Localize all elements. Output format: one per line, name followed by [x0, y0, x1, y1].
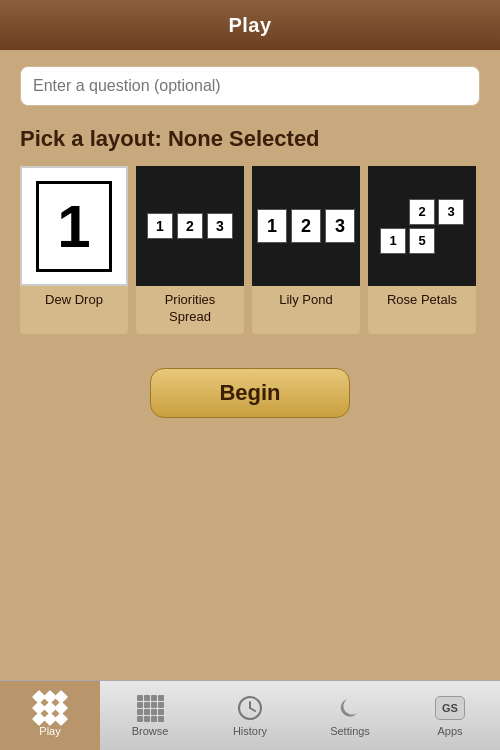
gs-icon: GS	[435, 694, 465, 722]
tab-history[interactable]: History	[200, 681, 300, 750]
begin-button[interactable]: Begin	[150, 368, 350, 418]
lily-pond-preview: 1 2 3	[252, 166, 360, 286]
begin-section: Begin	[20, 368, 480, 418]
page-title: Play	[228, 14, 271, 37]
rose-petals-preview: 2 3 1 5	[368, 166, 476, 286]
layout-cards-container[interactable]: 1 Dew Drop 1 2 3 PrioritiesSpread 1 2 3	[20, 166, 480, 338]
layout-section: Pick a layout: None Selected 1 Dew Drop …	[20, 126, 480, 338]
main-content: Pick a layout: None Selected 1 Dew Drop …	[0, 50, 500, 680]
moon-icon	[335, 694, 365, 722]
layout-label: Pick a layout: None Selected	[20, 126, 480, 152]
tab-settings[interactable]: Settings	[300, 681, 400, 750]
layout-card-dew-drop[interactable]: 1 Dew Drop	[20, 166, 128, 334]
tab-history-label: History	[233, 725, 267, 737]
search-container	[20, 66, 480, 106]
layout-card-rose-petals[interactable]: 2 3 1 5 Rose Petals	[368, 166, 476, 334]
layout-card-lily-pond[interactable]: 1 2 3 Lily Pond	[252, 166, 360, 334]
search-input[interactable]	[20, 66, 480, 106]
svg-line-2	[250, 708, 255, 711]
app-header: Play	[0, 0, 500, 50]
tab-apps[interactable]: GS Apps	[400, 681, 500, 750]
lily-pond-label: Lily Pond	[279, 292, 332, 309]
dew-drop-label: Dew Drop	[45, 292, 103, 309]
clock-icon	[235, 694, 265, 722]
tab-play-label: Play	[39, 725, 60, 737]
tab-settings-label: Settings	[330, 725, 370, 737]
tab-apps-label: Apps	[437, 725, 462, 737]
priorities-label: PrioritiesSpread	[165, 292, 216, 326]
tab-play[interactable]: Play	[0, 681, 100, 750]
tab-browse[interactable]: Browse	[100, 681, 200, 750]
diamond-grid-icon	[35, 694, 65, 722]
priorities-preview: 1 2 3	[136, 166, 244, 286]
layout-card-priorities-spread[interactable]: 1 2 3 PrioritiesSpread	[136, 166, 244, 334]
dew-drop-preview: 1	[20, 166, 128, 286]
tab-browse-label: Browse	[132, 725, 169, 737]
grid-icon	[135, 694, 165, 722]
tabbar: Play Browse History	[0, 680, 500, 750]
rose-petals-label: Rose Petals	[387, 292, 457, 309]
